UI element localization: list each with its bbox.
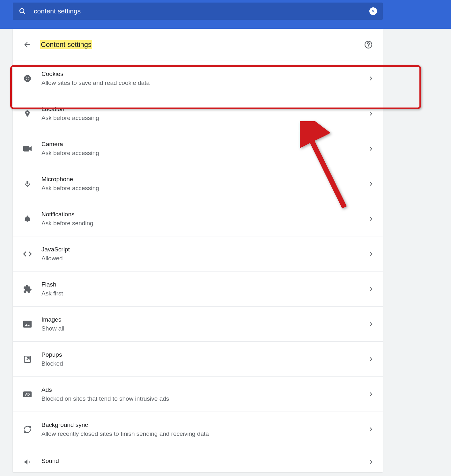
content-card: Content settings Cookies Allow sites to … xyxy=(13,29,383,472)
row-text: JavaScript Allowed xyxy=(41,246,369,262)
row-subtitle: Ask first xyxy=(41,290,369,297)
row-text: Camera Ask before accessing xyxy=(41,141,369,157)
camera-icon xyxy=(23,144,32,153)
row-javascript[interactable]: JavaScript Allowed xyxy=(13,236,383,271)
code-icon xyxy=(23,249,32,258)
chevron-right-icon xyxy=(369,427,373,432)
header-bar xyxy=(0,0,451,29)
row-popups[interactable]: Popups Blocked xyxy=(13,341,383,376)
row-subtitle: Blocked xyxy=(41,360,369,367)
settings-list: Cookies Allow sites to save and read coo… xyxy=(13,61,383,472)
svg-point-4 xyxy=(24,75,31,82)
row-title: Sound xyxy=(41,457,369,465)
row-background-sync[interactable]: Background sync Allow recently closed si… xyxy=(13,412,383,447)
chevron-right-icon xyxy=(369,357,373,361)
row-title: Popups xyxy=(41,351,369,358)
row-text: Ads Blocked on sites that tend to show i… xyxy=(41,386,369,402)
row-subtitle: Allow sites to save and read cookie data xyxy=(41,79,369,86)
row-text: Location Ask before accessing xyxy=(41,106,369,122)
row-ads[interactable]: AD Ads Blocked on sites that tend to sho… xyxy=(13,376,383,412)
svg-point-6 xyxy=(28,77,29,78)
row-subtitle: Ask before accessing xyxy=(41,115,369,122)
svg-text:AD: AD xyxy=(25,393,30,396)
chevron-right-icon xyxy=(369,217,373,221)
page-header: Content settings xyxy=(13,29,383,61)
microphone-icon xyxy=(23,179,32,188)
row-sound[interactable]: Sound xyxy=(13,447,383,472)
row-camera[interactable]: Camera Ask before accessing xyxy=(13,131,383,166)
ads-icon: AD xyxy=(23,390,32,399)
svg-point-0 xyxy=(20,9,24,13)
row-text: Cookies Allow sites to save and read coo… xyxy=(41,71,369,86)
row-title: Cookies xyxy=(41,71,369,78)
page-title: Content settings xyxy=(40,41,92,49)
row-microphone[interactable]: Microphone Ask before accessing xyxy=(13,166,383,201)
row-subtitle: Allow recently closed sites to finish se… xyxy=(41,430,369,437)
row-location[interactable]: Location Ask before accessing xyxy=(13,96,383,131)
chevron-right-icon xyxy=(369,392,373,397)
svg-point-7 xyxy=(26,79,27,80)
chevron-right-icon xyxy=(369,76,373,81)
row-subtitle: Ask before accessing xyxy=(41,185,369,192)
row-images[interactable]: Images Show all xyxy=(13,306,383,341)
svg-rect-10 xyxy=(23,321,32,328)
search-input[interactable] xyxy=(34,7,369,15)
bell-icon xyxy=(23,214,32,223)
row-subtitle: Ask before accessing xyxy=(41,150,369,157)
chevron-right-icon xyxy=(369,146,373,151)
help-button[interactable] xyxy=(364,41,373,49)
row-flash[interactable]: Flash Ask first xyxy=(13,271,383,306)
search-icon xyxy=(18,7,26,15)
svg-point-8 xyxy=(28,79,29,80)
row-text: Images Show all xyxy=(41,316,369,332)
svg-point-3 xyxy=(368,46,368,47)
sound-icon xyxy=(23,457,32,466)
row-subtitle: Show all xyxy=(41,325,369,332)
row-title: JavaScript xyxy=(41,246,369,253)
chevron-right-icon xyxy=(369,111,373,116)
row-title: Flash xyxy=(41,281,369,288)
row-title: Background sync xyxy=(41,421,369,428)
location-icon xyxy=(23,109,32,118)
clear-search-button[interactable] xyxy=(369,7,377,15)
chevron-right-icon xyxy=(369,252,373,256)
popup-icon xyxy=(23,355,32,364)
extension-icon xyxy=(23,285,32,294)
row-title: Camera xyxy=(41,141,369,148)
sync-icon xyxy=(23,425,32,434)
row-title: Location xyxy=(41,106,369,113)
row-text: Microphone Ask before accessing xyxy=(41,176,369,192)
back-button[interactable] xyxy=(23,41,31,49)
row-text: Notifications Ask before sending xyxy=(41,211,369,227)
row-text: Background sync Allow recently closed si… xyxy=(41,421,369,437)
image-icon xyxy=(23,320,32,329)
row-subtitle: Blocked on sites that tend to show intru… xyxy=(41,395,369,402)
row-title: Microphone xyxy=(41,176,369,183)
svg-rect-9 xyxy=(23,146,29,151)
row-title: Ads xyxy=(41,386,369,393)
row-text: Flash Ask first xyxy=(41,281,369,297)
svg-point-5 xyxy=(26,77,27,78)
row-subtitle: Allowed xyxy=(41,255,369,262)
row-cookies[interactable]: Cookies Allow sites to save and read coo… xyxy=(13,61,383,96)
svg-line-1 xyxy=(23,12,25,14)
row-text: Sound xyxy=(41,457,369,466)
row-subtitle: Ask before sending xyxy=(41,220,369,227)
row-text: Popups Blocked xyxy=(41,351,369,367)
chevron-right-icon xyxy=(369,322,373,326)
row-title: Notifications xyxy=(41,211,369,218)
chevron-right-icon xyxy=(369,287,373,291)
row-title: Images xyxy=(41,316,369,323)
chevron-right-icon xyxy=(369,182,373,186)
search-bar[interactable] xyxy=(13,3,383,20)
cookie-icon xyxy=(23,74,32,83)
chevron-right-icon xyxy=(369,460,373,464)
row-notifications[interactable]: Notifications Ask before sending xyxy=(13,201,383,236)
